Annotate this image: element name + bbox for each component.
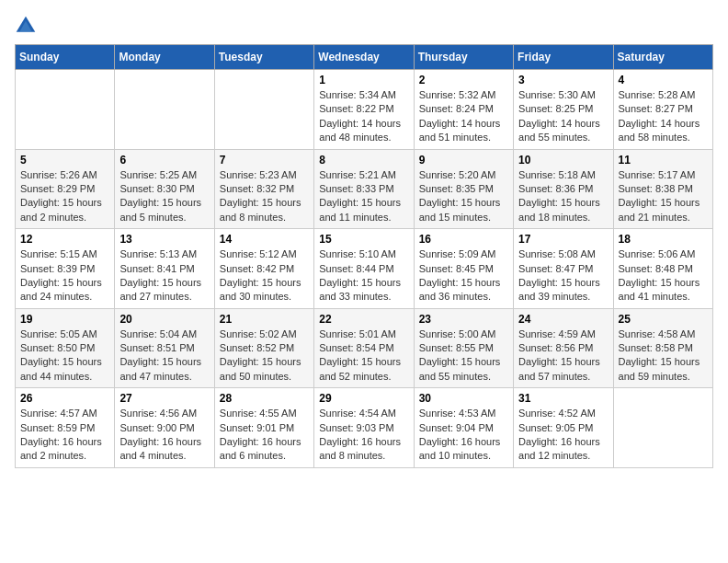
calendar-cell: 13Sunrise: 5:13 AM Sunset: 8:41 PM Dayli… xyxy=(115,229,214,309)
day-number: 20 xyxy=(119,313,209,326)
logo-icon xyxy=(15,15,37,37)
calendar-cell: 31Sunrise: 4:52 AM Sunset: 9:05 PM Dayli… xyxy=(514,388,613,468)
weekday-header-thursday: Thursday xyxy=(414,45,513,70)
calendar-cell: 29Sunrise: 4:54 AM Sunset: 9:03 PM Dayli… xyxy=(314,388,414,468)
calendar-cell: 30Sunrise: 4:53 AM Sunset: 9:04 PM Dayli… xyxy=(414,388,513,468)
day-number: 13 xyxy=(119,233,209,246)
day-number: 22 xyxy=(319,313,408,326)
calendar-cell: 23Sunrise: 5:00 AM Sunset: 8:55 PM Dayli… xyxy=(414,308,513,388)
calendar-cell xyxy=(115,70,214,150)
calendar-cell: 16Sunrise: 5:09 AM Sunset: 8:45 PM Dayli… xyxy=(414,229,513,309)
day-info: Sunrise: 4:58 AM Sunset: 8:58 PM Dayligh… xyxy=(619,327,708,385)
day-info: Sunrise: 5:05 AM Sunset: 8:50 PM Dayligh… xyxy=(20,327,109,385)
day-info: Sunrise: 5:10 AM Sunset: 8:44 PM Dayligh… xyxy=(319,247,408,304)
calendar-cell: 27Sunrise: 4:56 AM Sunset: 9:00 PM Dayli… xyxy=(115,388,214,468)
calendar-cell: 1Sunrise: 5:34 AM Sunset: 8:22 PM Daylig… xyxy=(314,70,414,150)
calendar-cell: 6Sunrise: 5:25 AM Sunset: 8:30 PM Daylig… xyxy=(115,149,214,229)
calendar-cell: 5Sunrise: 5:26 AM Sunset: 8:29 PM Daylig… xyxy=(16,149,115,229)
weekday-header-saturday: Saturday xyxy=(613,45,712,70)
day-number: 30 xyxy=(419,392,508,405)
day-info: Sunrise: 4:57 AM Sunset: 8:59 PM Dayligh… xyxy=(20,407,109,464)
calendar-cell: 24Sunrise: 4:59 AM Sunset: 8:56 PM Dayli… xyxy=(514,308,613,388)
day-info: Sunrise: 5:01 AM Sunset: 8:54 PM Dayligh… xyxy=(319,327,408,385)
day-number: 4 xyxy=(619,74,708,86)
day-number: 25 xyxy=(619,313,708,326)
calendar-cell: 7Sunrise: 5:23 AM Sunset: 8:32 PM Daylig… xyxy=(214,149,313,229)
day-number: 1 xyxy=(319,74,408,86)
day-number: 6 xyxy=(119,154,209,167)
day-number: 3 xyxy=(518,74,608,86)
day-info: Sunrise: 5:23 AM Sunset: 8:32 PM Dayligh… xyxy=(220,168,309,225)
calendar-cell xyxy=(214,70,313,150)
calendar-cell: 10Sunrise: 5:18 AM Sunset: 8:36 PM Dayli… xyxy=(514,149,613,229)
day-number: 29 xyxy=(319,392,408,405)
day-number: 26 xyxy=(20,392,109,405)
day-info: Sunrise: 5:00 AM Sunset: 8:55 PM Dayligh… xyxy=(419,327,508,385)
day-number: 31 xyxy=(518,392,608,405)
day-info: Sunrise: 4:52 AM Sunset: 9:05 PM Dayligh… xyxy=(518,407,608,464)
day-info: Sunrise: 5:06 AM Sunset: 8:48 PM Dayligh… xyxy=(619,247,708,304)
calendar-cell: 20Sunrise: 5:04 AM Sunset: 8:51 PM Dayli… xyxy=(115,308,214,388)
day-info: Sunrise: 5:26 AM Sunset: 8:29 PM Dayligh… xyxy=(20,168,109,225)
calendar-cell: 14Sunrise: 5:12 AM Sunset: 8:42 PM Dayli… xyxy=(214,229,313,309)
day-number: 21 xyxy=(220,313,309,326)
calendar-cell: 15Sunrise: 5:10 AM Sunset: 8:44 PM Dayli… xyxy=(314,229,414,309)
page-header xyxy=(15,15,713,37)
day-info: Sunrise: 5:17 AM Sunset: 8:38 PM Dayligh… xyxy=(619,168,708,225)
calendar-cell: 18Sunrise: 5:06 AM Sunset: 8:48 PM Dayli… xyxy=(613,229,712,309)
calendar-cell: 12Sunrise: 5:15 AM Sunset: 8:39 PM Dayli… xyxy=(16,229,115,309)
day-info: Sunrise: 5:21 AM Sunset: 8:33 PM Dayligh… xyxy=(319,168,408,225)
calendar-cell: 22Sunrise: 5:01 AM Sunset: 8:54 PM Dayli… xyxy=(314,308,414,388)
calendar-cell: 4Sunrise: 5:28 AM Sunset: 8:27 PM Daylig… xyxy=(613,70,712,150)
day-number: 9 xyxy=(419,154,508,167)
day-info: Sunrise: 4:55 AM Sunset: 9:01 PM Dayligh… xyxy=(220,407,309,464)
day-number: 11 xyxy=(619,154,708,167)
calendar-cell: 11Sunrise: 5:17 AM Sunset: 8:38 PM Dayli… xyxy=(613,149,712,229)
day-info: Sunrise: 4:54 AM Sunset: 9:03 PM Dayligh… xyxy=(319,407,408,464)
day-number: 27 xyxy=(119,392,209,405)
day-number: 28 xyxy=(220,392,309,405)
day-number: 17 xyxy=(518,233,608,246)
calendar-week-4: 19Sunrise: 5:05 AM Sunset: 8:50 PM Dayli… xyxy=(16,308,713,388)
weekday-header-tuesday: Tuesday xyxy=(214,45,313,70)
calendar-cell: 17Sunrise: 5:08 AM Sunset: 8:47 PM Dayli… xyxy=(514,229,613,309)
calendar-cell: 2Sunrise: 5:32 AM Sunset: 8:24 PM Daylig… xyxy=(414,70,513,150)
calendar-cell: 26Sunrise: 4:57 AM Sunset: 8:59 PM Dayli… xyxy=(16,388,115,468)
day-info: Sunrise: 5:25 AM Sunset: 8:30 PM Dayligh… xyxy=(119,168,209,225)
day-number: 2 xyxy=(419,74,508,86)
weekday-header-row: SundayMondayTuesdayWednesdayThursdayFrid… xyxy=(16,45,713,70)
day-info: Sunrise: 5:09 AM Sunset: 8:45 PM Dayligh… xyxy=(419,247,508,304)
calendar-cell xyxy=(613,388,712,468)
calendar-cell: 25Sunrise: 4:58 AM Sunset: 8:58 PM Dayli… xyxy=(613,308,712,388)
calendar-cell: 3Sunrise: 5:30 AM Sunset: 8:25 PM Daylig… xyxy=(514,70,613,150)
day-info: Sunrise: 5:15 AM Sunset: 8:39 PM Dayligh… xyxy=(20,247,109,304)
day-number: 14 xyxy=(220,233,309,246)
day-info: Sunrise: 4:53 AM Sunset: 9:04 PM Dayligh… xyxy=(419,407,508,464)
calendar-table: SundayMondayTuesdayWednesdayThursdayFrid… xyxy=(15,44,713,468)
day-number: 7 xyxy=(220,154,309,167)
day-info: Sunrise: 5:08 AM Sunset: 8:47 PM Dayligh… xyxy=(518,247,608,304)
day-info: Sunrise: 5:32 AM Sunset: 8:24 PM Dayligh… xyxy=(419,88,508,145)
day-number: 8 xyxy=(319,154,408,167)
calendar-week-2: 5Sunrise: 5:26 AM Sunset: 8:29 PM Daylig… xyxy=(16,149,713,229)
day-number: 23 xyxy=(419,313,508,326)
day-info: Sunrise: 5:28 AM Sunset: 8:27 PM Dayligh… xyxy=(619,88,708,145)
day-info: Sunrise: 5:18 AM Sunset: 8:36 PM Dayligh… xyxy=(518,168,608,225)
calendar-cell: 28Sunrise: 4:55 AM Sunset: 9:01 PM Dayli… xyxy=(214,388,313,468)
day-info: Sunrise: 5:13 AM Sunset: 8:41 PM Dayligh… xyxy=(119,247,209,304)
calendar-week-3: 12Sunrise: 5:15 AM Sunset: 8:39 PM Dayli… xyxy=(16,229,713,309)
day-number: 10 xyxy=(518,154,608,167)
calendar-cell: 19Sunrise: 5:05 AM Sunset: 8:50 PM Dayli… xyxy=(16,308,115,388)
day-number: 19 xyxy=(20,313,109,326)
day-number: 16 xyxy=(419,233,508,246)
weekday-header-monday: Monday xyxy=(115,45,214,70)
day-number: 18 xyxy=(619,233,708,246)
weekday-header-friday: Friday xyxy=(514,45,613,70)
calendar-week-1: 1Sunrise: 5:34 AM Sunset: 8:22 PM Daylig… xyxy=(16,70,713,150)
calendar-cell: 8Sunrise: 5:21 AM Sunset: 8:33 PM Daylig… xyxy=(314,149,414,229)
day-info: Sunrise: 4:56 AM Sunset: 9:00 PM Dayligh… xyxy=(119,407,209,464)
day-number: 24 xyxy=(518,313,608,326)
day-info: Sunrise: 4:59 AM Sunset: 8:56 PM Dayligh… xyxy=(518,327,608,385)
day-info: Sunrise: 5:30 AM Sunset: 8:25 PM Dayligh… xyxy=(518,88,608,145)
day-number: 15 xyxy=(319,233,408,246)
